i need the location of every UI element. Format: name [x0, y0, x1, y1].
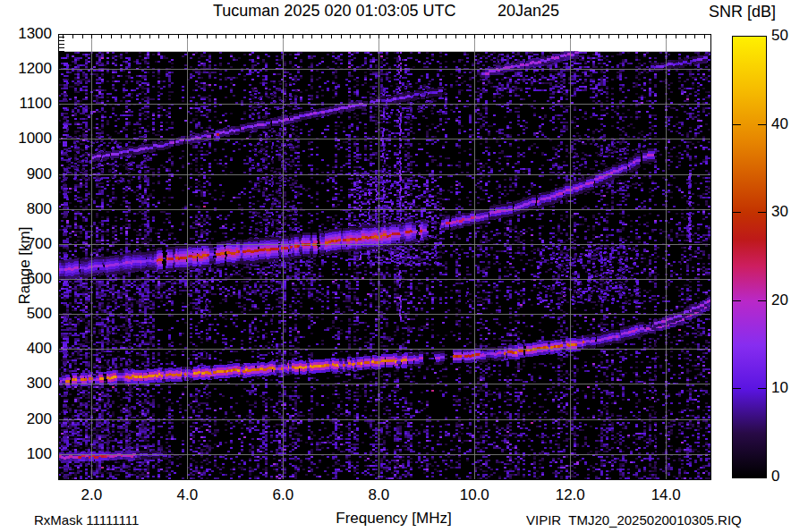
colorbar-tick-label: 0: [771, 468, 779, 486]
colorbar-tick-label: 20: [771, 291, 788, 309]
plot-date: 20Jan25: [498, 2, 559, 21]
colorbar-tick-mark: [733, 388, 741, 389]
x-tick-label: 10.0: [449, 486, 499, 504]
y-tick-label: 900: [0, 165, 52, 183]
x-tick-label: 2.0: [66, 486, 116, 504]
colorbar-tick-mark: [758, 212, 766, 213]
y-tick-label: 1100: [0, 95, 52, 113]
colorbar-tick-label: 10: [771, 379, 788, 397]
ionogram-viewer: Tucuman 2025 020 01:03:05 UTC 20Jan25 SN…: [0, 0, 791, 532]
rxmask-label: RxMask 11111111: [34, 512, 139, 528]
plot-title: Tucuman 2025 020 01:03:05 UTC: [213, 2, 456, 21]
ionogram-plot-canvas: [58, 34, 711, 480]
colorbar-tick-mark: [758, 300, 766, 301]
x-tick-label: 14.0: [641, 486, 691, 504]
y-tick-label: 300: [0, 375, 52, 393]
colorbar-tick-mark: [758, 124, 766, 125]
colorbar-title: SNR [dB]: [709, 3, 776, 21]
colorbar-tick-mark: [733, 300, 741, 301]
colorbar-tick-label: 50: [771, 27, 788, 45]
y-tick-label: 1200: [0, 60, 52, 78]
colorbar-tick-label: 40: [771, 115, 788, 133]
y-tick-label: 1300: [0, 25, 52, 43]
y-tick-label: 400: [0, 340, 52, 358]
colorbar-tick-mark: [758, 388, 766, 389]
y-tick-label: 800: [0, 200, 52, 218]
colorbar-tick-mark: [733, 124, 741, 125]
y-axis-label: Range [km]: [16, 216, 34, 315]
snr-colorbar: [732, 36, 767, 478]
y-tick-label: 1000: [0, 130, 52, 148]
colorbar-tick-label: 30: [771, 203, 788, 221]
x-tick-label: 6.0: [258, 486, 308, 504]
x-tick-label: 8.0: [353, 486, 404, 504]
y-tick-label: 200: [0, 410, 52, 428]
x-tick-label: 4.0: [162, 486, 212, 504]
x-axis-label: Frequency [MHz]: [304, 510, 483, 528]
y-tick-label: 100: [0, 445, 52, 463]
colorbar-tick-mark: [733, 212, 741, 213]
x-tick-label: 12.0: [545, 486, 595, 504]
filename-label: VIPIR TMJ20_2025020010305.RIQ: [526, 512, 742, 528]
